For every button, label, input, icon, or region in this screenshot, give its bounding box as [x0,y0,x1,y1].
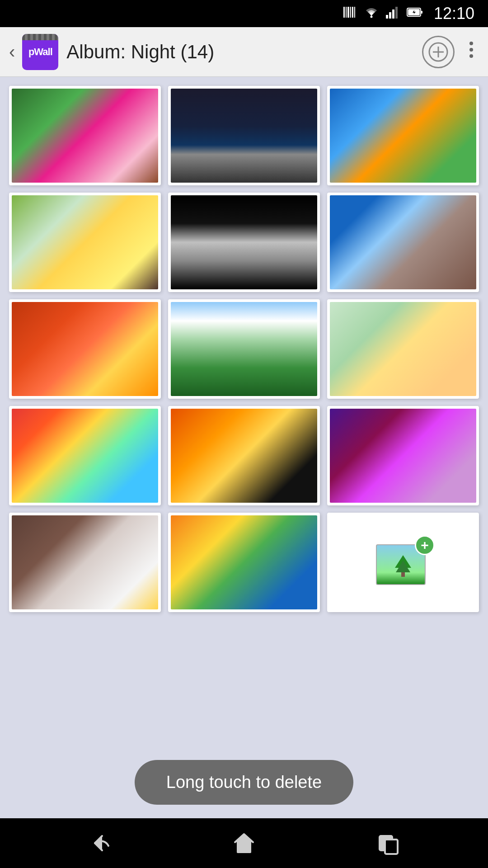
svg-point-6 [370,15,372,18]
photo-moon[interactable] [168,86,320,185]
wifi-icon [363,6,380,22]
svg-rect-5 [354,7,355,18]
app-logo: pWall [22,34,58,70]
add-circle-icon: + [415,535,435,555]
photo-purple[interactable] [327,406,479,505]
svg-point-18 [469,48,473,52]
svg-rect-8 [389,12,391,19]
svg-rect-12 [421,11,422,14]
add-new-photo-cell[interactable]: + [327,513,479,612]
photo-mountain[interactable] [168,299,320,399]
photo-bird[interactable] [327,86,479,185]
svg-rect-10 [395,7,398,19]
nav-home-button[interactable] [232,831,256,855]
photo-castle[interactable] [327,193,479,292]
photo-pumpkin[interactable] [168,406,320,505]
more-options-button[interactable] [464,35,479,68]
status-time: 12:10 [434,4,474,23]
top-bar: ‹ pWall Album: Night (14) [0,27,488,77]
svg-rect-25 [385,840,398,854]
signal-icon [386,6,400,22]
nav-back-button[interactable] [88,831,111,855]
photo-dogs[interactable] [9,513,161,612]
photo-orchid[interactable] [9,86,161,185]
svg-rect-2 [347,7,349,18]
battery-icon [407,6,423,21]
photo-birthday[interactable] [9,406,161,505]
svg-point-17 [469,42,473,45]
photo-baby[interactable] [327,299,479,399]
svg-rect-9 [392,9,394,19]
add-photo-button[interactable] [422,36,455,68]
photo-toast[interactable] [168,513,320,612]
add-photo-icon: + [376,540,430,585]
barcode-icon [343,5,357,23]
tree-icon [394,554,412,577]
status-icons: 12:10 [343,4,474,23]
photo-tulips[interactable] [9,193,161,292]
svg-rect-1 [346,7,347,18]
svg-rect-4 [352,7,353,18]
hint-area: Long touch to delete [0,742,488,818]
delete-hint: Long touch to delete [135,760,353,805]
svg-rect-22 [401,572,405,577]
svg-rect-23 [241,846,247,852]
photo-grid: + [0,77,488,742]
app-logo-text: pWall [28,46,52,58]
svg-rect-0 [343,7,345,18]
photo-canyon[interactable] [9,299,161,399]
nav-bar [0,818,488,868]
back-button[interactable]: ‹ [9,42,15,62]
svg-rect-3 [350,7,351,18]
album-title: Album: Night (14) [66,41,422,63]
nav-recents-button[interactable] [377,831,400,855]
status-bar: 12:10 [0,0,488,27]
svg-point-19 [469,54,473,58]
photo-car[interactable] [168,193,320,292]
svg-rect-7 [386,15,388,19]
